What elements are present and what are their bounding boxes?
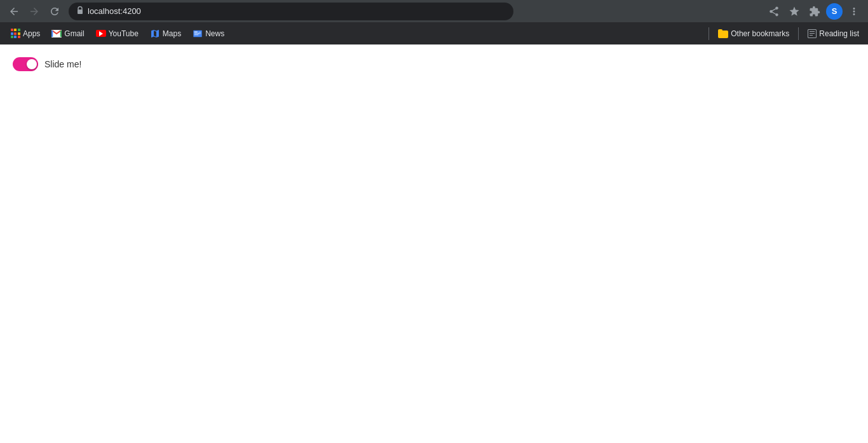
browser-actions: S <box>765 3 863 20</box>
page-content: Slide me! <box>0 44 868 443</box>
bookmarks-right: Other bookmarks Reading list <box>706 27 863 41</box>
back-button[interactable] <box>5 3 23 20</box>
menu-dots-icon <box>848 6 860 17</box>
bookmarks-separator <box>709 27 709 40</box>
reload-icon <box>49 6 60 17</box>
toggle-track <box>13 57 38 71</box>
security-icon <box>76 6 84 17</box>
gmail-label: Gmail <box>64 29 84 38</box>
bookmarks-bar: Apps Gmail <box>0 22 868 44</box>
share-icon <box>768 6 780 17</box>
svg-rect-3 <box>194 31 198 32</box>
youtube-icon <box>96 29 106 39</box>
other-bookmarks-label: Other bookmarks <box>731 29 789 38</box>
browser-chrome: localhost:4200 S <box>0 0 868 22</box>
profile-button[interactable]: S <box>826 3 843 20</box>
news-icon <box>193 29 203 39</box>
forward-button[interactable] <box>25 3 43 20</box>
bookmark-button[interactable] <box>785 3 803 20</box>
svg-rect-6 <box>199 31 201 34</box>
star-icon <box>789 6 800 17</box>
svg-rect-0 <box>78 10 83 14</box>
reading-list-separator <box>798 27 799 40</box>
address-bar[interactable]: localhost:4200 <box>69 3 513 20</box>
toggle-thumb <box>27 59 37 69</box>
toggle-container: Slide me! <box>13 57 81 71</box>
bookmark-youtube[interactable]: YouTube <box>91 26 144 41</box>
nav-buttons <box>5 3 64 20</box>
youtube-label: YouTube <box>109 29 139 38</box>
apps-label: Apps <box>23 29 40 38</box>
puzzle-icon <box>809 6 820 17</box>
reload-button[interactable] <box>46 3 64 20</box>
gmail-icon <box>51 29 62 39</box>
chrome-menu-button[interactable] <box>845 3 863 20</box>
reading-list-label: Reading list <box>819 29 859 38</box>
toggle-label: Slide me! <box>44 59 81 69</box>
bookmark-apps[interactable]: Apps <box>5 26 45 41</box>
url-text: localhost:4200 <box>88 6 141 16</box>
forward-icon <box>29 6 40 17</box>
extensions-button[interactable] <box>806 3 824 20</box>
bookmark-maps[interactable]: Maps <box>145 26 186 41</box>
svg-rect-5 <box>194 34 199 35</box>
reading-list[interactable]: Reading list <box>804 27 863 41</box>
toggle-switch[interactable] <box>13 57 38 71</box>
maps-label: Maps <box>163 29 181 38</box>
back-icon <box>8 6 20 17</box>
reading-list-icon <box>808 29 817 38</box>
bookmark-gmail[interactable]: Gmail <box>46 26 89 41</box>
share-button[interactable] <box>765 3 783 20</box>
folder-icon <box>718 29 728 38</box>
maps-icon <box>150 29 160 39</box>
apps-icon <box>10 29 20 39</box>
news-label: News <box>205 29 224 38</box>
other-bookmarks[interactable]: Other bookmarks <box>714 27 793 41</box>
bookmark-news[interactable]: News <box>187 26 229 41</box>
